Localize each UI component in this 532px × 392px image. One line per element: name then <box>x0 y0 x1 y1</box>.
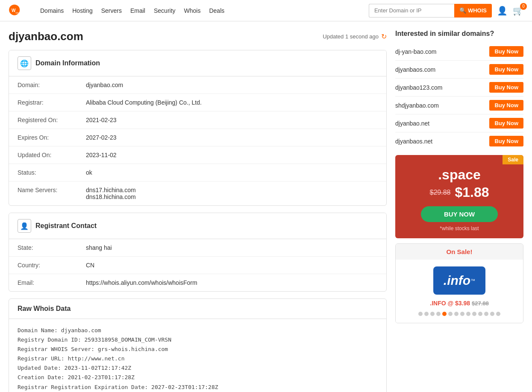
cart-icon[interactable]: 🛒 0 <box>513 6 523 16</box>
dot-3[interactable] <box>430 312 435 316</box>
updated-on-row: Updated On: 2023-11-02 <box>9 146 386 164</box>
raw-whois-line: Registry Domain ID: 2593318958_DOMAIN_CO… <box>18 335 378 345</box>
registrant-card: 👤 Registrant Contact State: shang hai Co… <box>9 213 387 292</box>
buy-now-button-2[interactable]: Buy Now <box>489 82 523 93</box>
nameservers-label: Name Servers: <box>18 187 86 193</box>
space-promo: Sale .space $29.88 $1.88 BUY NOW *while … <box>395 155 523 238</box>
domain-info-card: 🌐 Domain Information Domain: djyanbao.co… <box>9 50 387 206</box>
suggestion-row: dj-yan-bao.com Buy Now <box>395 43 523 61</box>
email-row: Email: https://whois.aliyun.com/whois/wh… <box>9 274 386 291</box>
status-value: ok <box>86 169 378 176</box>
domain-field-row: Domain: djyanbao.com <box>9 76 386 94</box>
suggestion-domain-3: shdjyanbao.com <box>395 102 439 109</box>
updated-info: Updated 1 second ago ↻ <box>323 32 387 41</box>
suggestion-domain-1: djyanbaos.com <box>395 66 435 73</box>
country-row: Country: CN <box>9 257 386 274</box>
country-label: Country: <box>18 262 86 269</box>
domain-info-title: Domain Information <box>35 59 100 67</box>
cart-badge: 0 <box>520 3 527 10</box>
raw-whois-card: Raw Whois Data Domain Name: djyanbao.com… <box>9 298 387 392</box>
nav-domains[interactable]: Domains <box>40 7 64 14</box>
logo-link[interactable]: W Identity for everyone <box>9 2 32 19</box>
svg-text:Identity for everyone: Identity for everyone <box>15 11 30 14</box>
registrant-icon: 👤 <box>18 219 31 233</box>
dot-8[interactable] <box>460 312 464 316</box>
nameservers-value: dns17.hichina.com dns18.hichina.com <box>86 187 378 200</box>
dot-14[interactable] <box>496 312 500 316</box>
buy-now-button-5[interactable]: Buy Now <box>489 136 523 146</box>
space-new-price-value: 1.88 <box>462 184 489 200</box>
page-title: djyanbao.com <box>9 30 83 43</box>
info-carousel-dots <box>403 312 516 316</box>
buy-now-button-3[interactable]: Buy Now <box>489 100 523 111</box>
dot-4[interactable] <box>436 312 441 316</box>
nav-email[interactable]: Email <box>130 7 145 14</box>
similar-domains-title: Interested in similar domains? <box>395 30 523 38</box>
main-container: djyanbao.com Updated 1 second ago ↻ 🌐 Do… <box>0 21 532 392</box>
registered-on-value: 2021-02-23 <box>86 117 378 123</box>
search-input[interactable] <box>369 4 454 18</box>
suggestion-row: djyanbao123.com Buy Now <box>395 79 523 97</box>
dot-7[interactable] <box>454 312 459 316</box>
dot-10[interactable] <box>472 312 476 316</box>
raw-whois-line: Creation Date: 2021-02-23T01:17:28Z <box>18 373 378 382</box>
raw-whois-header: Raw Whois Data <box>9 299 386 319</box>
domain-value: djyanbao.com <box>86 82 378 88</box>
search-button[interactable]: 🔍 WHOIS <box>454 4 492 18</box>
status-row: Status: ok <box>9 164 386 181</box>
info-old-price: $27.88 <box>472 300 489 307</box>
raw-whois-line: Updated Date: 2023-11-02T12:17:42Z <box>18 363 378 373</box>
info-logo-tm: ™ <box>470 278 475 283</box>
account-icon[interactable]: 👤 <box>497 6 508 16</box>
registrar-label: Registrar: <box>18 99 86 106</box>
nav-deals[interactable]: Deals <box>209 7 224 14</box>
buy-now-button-0[interactable]: Buy Now <box>489 46 523 57</box>
suggestion-row: djyanbaos.net Buy Now <box>395 132 523 150</box>
info-promo: On Sale! .info ™ .INFO @ $3.98 $27.88 <box>395 243 523 323</box>
search-icon: 🔍 <box>459 7 466 14</box>
nav-servers[interactable]: Servers <box>101 7 122 14</box>
dot-11[interactable] <box>478 312 482 316</box>
search-area: 🔍 WHOIS <box>369 4 492 18</box>
registrant-title: Registrant Contact <box>35 222 97 230</box>
dot-1[interactable] <box>418 312 423 316</box>
nav-security[interactable]: Security <box>154 7 176 14</box>
sale-badge: Sale <box>503 155 523 164</box>
info-promo-body: .info ™ .INFO @ $3.98 $27.88 <box>396 260 523 323</box>
state-row: State: shang hai <box>9 239 386 257</box>
email-value: https://whois.aliyun.com/whois/whoisForm <box>86 279 378 286</box>
suggestions-list: dj-yan-bao.com Buy Now djyanbaos.com Buy… <box>395 43 523 150</box>
state-value: shang hai <box>86 244 378 251</box>
main-nav: Domains Hosting Servers Email Security W… <box>40 7 364 14</box>
right-column: Interested in similar domains? dj-yan-ba… <box>395 30 523 392</box>
svg-text:W: W <box>12 8 16 12</box>
raw-whois-line: Registrar Registration Expiration Date: … <box>18 383 378 392</box>
raw-whois-body: Domain Name: djyanbao.comRegistry Domain… <box>9 319 386 392</box>
dot-2[interactable] <box>424 312 429 316</box>
space-domain: .space <box>402 167 517 183</box>
search-button-label: WHOIS <box>468 7 487 14</box>
buy-now-button-1[interactable]: Buy Now <box>489 64 523 75</box>
registrant-body: State: shang hai Country: CN Email: http… <box>9 239 386 291</box>
updated-on-label: Updated On: <box>18 152 86 158</box>
nameservers-row: Name Servers: dns17.hichina.com dns18.hi… <box>9 181 386 205</box>
dot-13[interactable] <box>490 312 494 316</box>
dot-6[interactable] <box>448 312 453 316</box>
buy-now-button-4[interactable]: Buy Now <box>489 118 523 129</box>
suggestion-domain-4: djyanbao.net <box>395 120 429 127</box>
raw-whois-line: Registrar URL: http://www.net.cn <box>18 354 378 363</box>
dot-12[interactable] <box>484 312 488 316</box>
updated-on-value: 2023-11-02 <box>86 152 378 158</box>
nav-hosting[interactable]: Hosting <box>72 7 92 14</box>
domain-info-header: 🌐 Domain Information <box>9 50 386 76</box>
expires-on-label: Expires On: <box>18 134 86 141</box>
refresh-icon[interactable]: ↻ <box>381 32 387 41</box>
info-promo-header: On Sale! <box>396 244 523 260</box>
space-buy-button[interactable]: BUY NOW <box>421 206 498 222</box>
nav-whois[interactable]: Whois <box>184 7 201 14</box>
raw-whois-line: Domain Name: djyanbao.com <box>18 326 378 335</box>
dot-9[interactable] <box>466 312 470 316</box>
dot-5[interactable] <box>442 312 447 316</box>
info-sale-label: .INFO @ $3.98 <box>430 300 470 307</box>
space-dollar: $ <box>455 184 462 200</box>
